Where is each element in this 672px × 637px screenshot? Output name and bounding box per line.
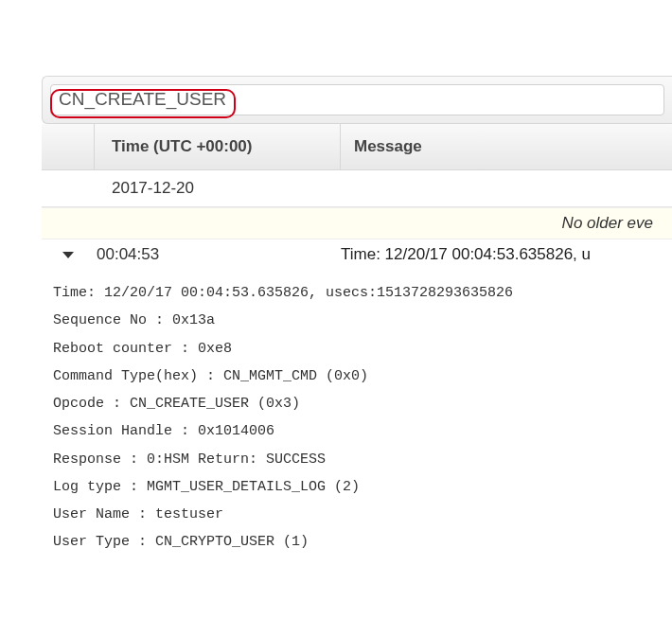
event-details: Time: 12/20/17 00:04:53.635826, usecs:15… [53, 279, 672, 557]
detail-opcode: Opcode : CN_CREATE_USER (0x3) [53, 390, 672, 417]
event-row[interactable]: 00:04:53 Time: 12/20/17 00:04:53.635826,… [42, 239, 672, 270]
header-time[interactable]: Time (UTC +00:00) [95, 124, 341, 169]
detail-session-handle: Session Handle : 0x1014006 [53, 417, 672, 445]
detail-response: Response : 0:HSM Return: SUCCESS [53, 446, 672, 473]
chevron-down-icon [62, 252, 74, 258]
expand-toggle[interactable] [42, 252, 95, 258]
date-group-label: 2017-12-20 [95, 170, 194, 206]
header-message[interactable]: Message [341, 124, 672, 169]
detail-user-type: User Type : CN_CRYPTO_USER (1) [53, 528, 672, 556]
detail-reboot-counter: Reboot counter : 0xe8 [53, 335, 672, 363]
detail-log-type: Log type : MGMT_USER_DETAILS_LOG (2) [53, 473, 672, 501]
detail-command-type: Command Type(hex) : CN_MGMT_CMD (0x0) [53, 363, 672, 390]
results-header: Time (UTC +00:00) Message [42, 124, 672, 170]
date-group-row: 2017-12-20 [42, 170, 672, 207]
detail-time: Time: 12/20/17 00:04:53.635826, usecs:15… [53, 279, 672, 307]
search-bar [42, 76, 672, 124]
header-spacer [42, 124, 95, 169]
detail-user-name: User Name : testuser [53, 501, 672, 528]
event-time: 00:04:53 [95, 245, 341, 264]
no-older-events-row: No older eve [42, 207, 672, 239]
detail-sequence: Sequence No : 0x13a [53, 307, 672, 334]
event-message: Time: 12/20/17 00:04:53.635826, u [341, 245, 672, 264]
search-input[interactable] [50, 84, 664, 115]
